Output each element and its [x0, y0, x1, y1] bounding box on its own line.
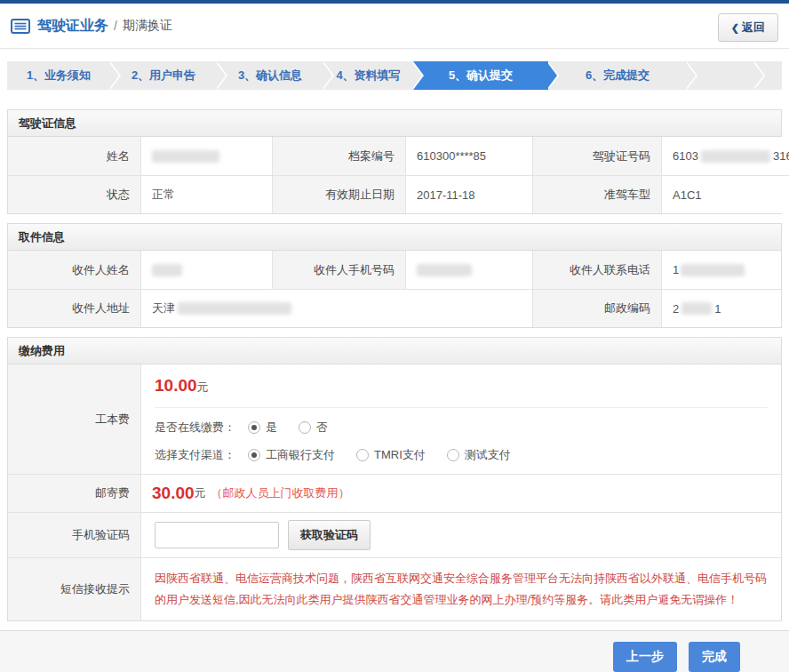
- sms-tip-cell: 因陕西省联通、电信运营商技术问题，陕西省互联网交通安全综合服务管理平台无法向持陕…: [140, 557, 781, 620]
- yuan-unit: 元: [197, 380, 209, 394]
- pickup-section-title: 取件信息: [8, 224, 781, 251]
- get-code-button[interactable]: 获取验证码: [288, 520, 371, 550]
- expiry-value: 2017-11-18: [405, 175, 532, 213]
- redacted-license-no-blur: [701, 150, 770, 163]
- radio-no-icon[interactable]: [299, 421, 311, 434]
- postage-fee-value: 30.00元 （邮政人员上门收取费用）: [140, 474, 781, 512]
- breadcrumb-separator: /: [114, 19, 117, 33]
- postcode-value: 21: [661, 289, 781, 327]
- step-6-complete-submit[interactable]: 6、完成提交: [548, 61, 687, 90]
- radio-test-icon[interactable]: [447, 449, 459, 461]
- license-no-label: 驾驶证号码: [532, 137, 661, 175]
- radio-yes-icon[interactable]: [248, 421, 260, 434]
- postage-fee-label: 邮寄费: [8, 474, 140, 512]
- step-1-business-notice[interactable]: 1、业务须知: [7, 61, 110, 90]
- license-no-value: 61033163X: [661, 137, 789, 175]
- redacted-name-blur: [152, 150, 219, 163]
- production-fee-cell: 10.00元 是否在线缴费： 是 否 选择支付渠道： 工商银行支付 TMRI支付…: [140, 364, 781, 474]
- name-label: 姓名: [8, 137, 140, 175]
- recipient-address-value: 天津: [140, 289, 532, 327]
- vehicle-class-value: A1C1: [661, 175, 789, 213]
- status-label: 状态: [8, 175, 140, 213]
- recipient-phone-value: 1: [661, 251, 781, 289]
- pay-channel-question: 选择支付渠道：: [155, 447, 235, 463]
- breadcrumb-current: 期满换证: [123, 18, 172, 34]
- payment-section: 缴纳费用 工本费 10.00元 是否在线缴费： 是 否 选择支付渠道： 工商银行…: [7, 337, 782, 621]
- step-nav-filler: [687, 61, 782, 90]
- back-button[interactable]: ❮返回: [718, 13, 778, 42]
- redacted-address-blur: [178, 302, 291, 315]
- production-fee-label: 工本费: [8, 364, 140, 474]
- back-chevron-icon: ❮: [731, 22, 739, 33]
- online-pay-no-option[interactable]: 否: [299, 420, 328, 436]
- sms-code-label: 手机验证码: [8, 512, 140, 557]
- channel-test-option[interactable]: 测试支付: [447, 447, 511, 463]
- step-4-fill-data[interactable]: 4、资料填写: [323, 61, 413, 90]
- previous-step-button[interactable]: 上一步: [613, 642, 677, 672]
- postage-note: （邮政人员上门收取费用）: [211, 485, 350, 501]
- vehicle-class-label: 准驾车型: [532, 175, 661, 213]
- channel-icbc-option[interactable]: 工商银行支付: [248, 447, 335, 463]
- recipient-phone-label: 收件人联系电话: [532, 251, 661, 289]
- file-no-value: 610300****85: [405, 137, 532, 175]
- postcode-label: 邮政编码: [532, 289, 661, 327]
- expiry-label: 有效期止日期: [272, 175, 405, 213]
- sms-tip-label: 短信接收提示: [8, 557, 140, 620]
- step-navigation: 1、业务须知 2、用户申告 3、确认信息 4、资料填写 5、确认提交 6、完成提…: [7, 61, 782, 90]
- radio-tmri-icon[interactable]: [356, 449, 369, 461]
- redacted-recipient-name-blur: [152, 264, 182, 276]
- sms-code-input[interactable]: [155, 522, 279, 548]
- name-value: [140, 137, 272, 175]
- back-button-label: 返回: [742, 20, 765, 34]
- online-pay-question: 是否在线缴费：: [155, 420, 235, 436]
- license-info-section: 驾驶证信息 姓名 档案编号 610300****85 驾驶证号码 6103316…: [7, 109, 782, 214]
- step-5-confirm-submit[interactable]: 5、确认提交: [413, 61, 548, 90]
- status-value: 正常: [140, 175, 272, 213]
- recipient-mobile-label: 收件人手机号码: [272, 251, 405, 289]
- recipient-address-label: 收件人地址: [8, 289, 140, 327]
- step-3-confirm-info[interactable]: 3、确认信息: [217, 61, 323, 90]
- production-fee-amount: 10.00: [155, 376, 197, 395]
- recipient-mobile-value: [405, 251, 532, 289]
- radio-icbc-icon[interactable]: [248, 449, 260, 461]
- online-pay-yes-option[interactable]: 是: [248, 420, 277, 436]
- channel-tmri-option[interactable]: TMRI支付: [356, 447, 426, 463]
- pickup-info-section: 取件信息 收件人姓名 收件人手机号码 收件人联系电话 1 收件人地址 天津 邮政…: [7, 223, 782, 328]
- recipient-name-value: [140, 251, 272, 289]
- finish-button[interactable]: 完成: [689, 642, 740, 672]
- recipient-name-label: 收件人姓名: [8, 251, 140, 289]
- redacted-recipient-phone-blur: [681, 264, 745, 276]
- redacted-postcode-blur: [681, 302, 712, 315]
- payment-section-title: 缴纳费用: [8, 338, 781, 364]
- postage-amount: 30.00: [152, 484, 195, 503]
- redacted-recipient-mobile-blur: [417, 264, 472, 276]
- license-business-icon: [11, 19, 30, 34]
- footer-bar: 上一步 完成: [0, 630, 789, 672]
- sms-tip-text: 因陕西省联通、电信运营商技术问题，陕西省互联网交通安全综合服务管理平台无法向持陕…: [155, 558, 781, 620]
- file-no-label: 档案编号: [272, 137, 405, 175]
- page-header: 驾驶证业务 / 期满换证 ❮返回: [0, 4, 789, 49]
- license-section-title: 驾驶证信息: [8, 110, 781, 137]
- page-title: 驾驶证业务: [37, 17, 108, 36]
- sms-code-cell: 获取验证码: [140, 512, 781, 557]
- step-2-user-declaration[interactable]: 2、用户申告: [110, 61, 217, 90]
